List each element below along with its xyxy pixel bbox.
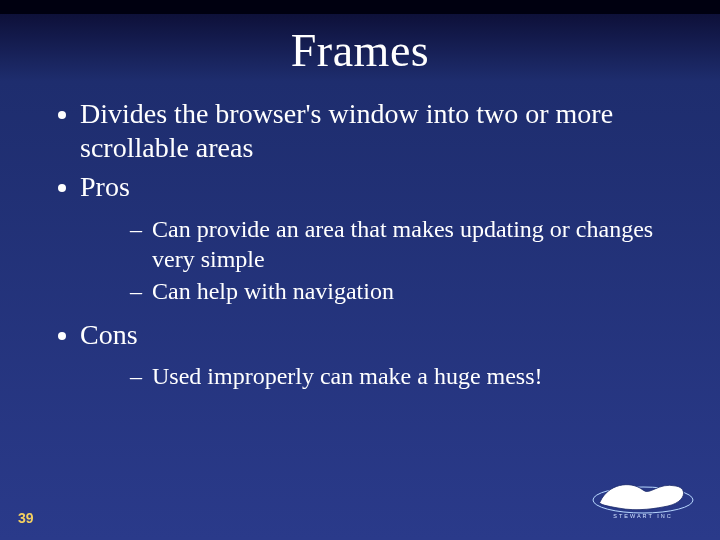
sub-list: – Can provide an area that makes updatin… <box>58 210 680 318</box>
sub-list: – Used improperly can make a huge mess! <box>58 357 680 403</box>
bullet-icon <box>58 332 66 340</box>
sub-text: Used improperly can make a huge mess! <box>152 361 543 391</box>
dash-icon: – <box>130 214 142 244</box>
sub-text: Can provide an area that makes updating … <box>152 214 680 274</box>
bullet-text: Cons <box>80 318 138 352</box>
slide-content: Divides the browser's window into two or… <box>0 87 720 403</box>
dash-icon: – <box>130 276 142 306</box>
sub-item: – Can help with navigation <box>130 276 680 306</box>
bullet-icon <box>58 184 66 192</box>
bullet-item: Pros <box>58 170 680 204</box>
dash-icon: – <box>130 361 142 391</box>
bullet-item: Cons <box>58 318 680 352</box>
page-number: 39 <box>18 510 34 526</box>
sub-item: – Can provide an area that makes updatin… <box>130 214 680 274</box>
slide: Frames Divides the browser's window into… <box>0 0 720 540</box>
logo-caption: STEWART INC <box>613 513 673 519</box>
sub-text: Can help with navigation <box>152 276 394 306</box>
bullet-item: Divides the browser's window into two or… <box>58 97 680 164</box>
logo: STEWART INC <box>588 472 698 522</box>
bullet-text: Pros <box>80 170 130 204</box>
top-bar <box>0 0 720 14</box>
bullet-icon <box>58 111 66 119</box>
sub-item: – Used improperly can make a huge mess! <box>130 361 680 391</box>
bullet-text: Divides the browser's window into two or… <box>80 97 680 164</box>
